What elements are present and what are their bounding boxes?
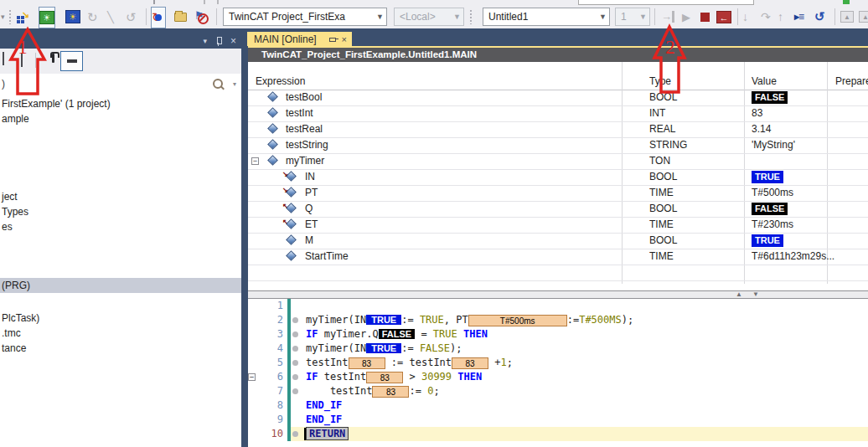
column-header[interactable]: Type: [649, 74, 671, 89]
inline-monitor-value[interactable]: 83: [349, 357, 385, 369]
run-mode-icon[interactable]: ☀: [39, 7, 55, 28]
collapse-button-pressed[interactable]: [60, 51, 83, 71]
value-cell[interactable]: T#6d11h23m29s...: [752, 249, 834, 265]
stop-icon[interactable]: [700, 7, 710, 27]
step-into-icon[interactable]: ↓: [742, 7, 748, 27]
step-over-icon[interactable]: ↷: [761, 7, 771, 27]
inline-monitor-value[interactable]: TRUE: [366, 343, 401, 353]
chevron-down-icon[interactable]: ▼: [374, 13, 386, 21]
collapse-expander-icon[interactable]: −: [251, 157, 259, 165]
breakpoint-dot-icon[interactable]: [292, 431, 298, 437]
table-row[interactable]: −myTimerTON: [248, 153, 868, 170]
target-combo[interactable]: <Local>▼: [394, 8, 464, 26]
chevron-down-icon[interactable]: ▼: [451, 13, 463, 21]
table-row[interactable]: ↘PTTIMET#500ms: [248, 185, 868, 202]
chevron-down-icon[interactable]: ▾: [233, 80, 236, 88]
table-row[interactable]: ↖ETTIMET#230ms: [248, 217, 868, 234]
tree-item[interactable]: es: [0, 219, 243, 234]
project-combo[interactable]: TwinCAT Project_FirstExa▼: [223, 8, 387, 26]
solution-search-box[interactable]: ) ▾: [0, 74, 241, 95]
plc-combo[interactable]: Untitled1▼: [483, 8, 610, 26]
table-row[interactable]: MBOOLTRUE: [248, 233, 868, 249]
pin-icon[interactable]: [329, 34, 337, 44]
inline-monitor-value[interactable]: 83: [366, 372, 403, 383]
activate-config-icon[interactable]: ▲: [840, 7, 854, 27]
table-row[interactable]: StartTimeTIMET#6d11h23m29s...: [248, 249, 868, 265]
tree-item[interactable]: PlcTask): [0, 311, 243, 326]
value-cell[interactable]: T#500ms: [752, 185, 793, 201]
breakpoint-dot-icon[interactable]: [292, 388, 298, 394]
tree-item[interactable]: ject: [0, 189, 243, 204]
breakpoint-dot-icon[interactable]: [292, 346, 298, 352]
tree-item[interactable]: tance: [0, 341, 243, 356]
code-line[interactable]: 3IF myTimer.QFALSE = TRUE THEN: [248, 327, 868, 342]
refresh-icon[interactable]: ↻: [87, 7, 98, 27]
column-header[interactable]: Expression: [256, 74, 305, 89]
instance-combo[interactable]: 1▼: [615, 8, 650, 26]
column-header[interactable]: Prepare: [835, 74, 868, 89]
inline-monitor-value[interactable]: 83: [452, 357, 488, 369]
table-row[interactable]: ↖QBOOLFALSE: [248, 201, 868, 218]
inline-monitor-value[interactable]: RETURN: [306, 427, 349, 440]
free-run-icon[interactable]: ↻: [151, 7, 166, 28]
config-mode-icon[interactable]: ☀: [65, 7, 80, 27]
table-row[interactable]: testBoolBOOLFALSE: [248, 90, 868, 106]
code-line[interactable]: 4myTimer(INTRUE:= FALSE);: [248, 342, 868, 356]
tree-item[interactable]: (PRG): [0, 278, 243, 293]
value-cell[interactable]: T#230ms: [752, 217, 793, 233]
code-line[interactable]: 1: [248, 299, 868, 313]
restart-twincat-icon[interactable]: ↘: [17, 7, 28, 27]
value-cell[interactable]: 83: [752, 105, 762, 121]
start-icon[interactable]: ▶: [682, 7, 690, 27]
code-line[interactable]: 7 testInt83:= 0;: [248, 384, 868, 398]
code-line[interactable]: 2myTimer(INTRUE:= TRUE, PTT#500ms:=T#500…: [248, 313, 868, 327]
code-line[interactable]: −6IF testInt83 > 30999 THEN: [248, 370, 868, 384]
table-row[interactable]: testIntINT83: [248, 105, 868, 122]
tree-item[interactable]: FirstExample' (1 project): [0, 96, 243, 111]
tree-item[interactable]: Types: [0, 204, 243, 219]
reload-devices-icon[interactable]: ↺: [126, 7, 137, 27]
table-row[interactable]: testStringSTRING'MyString': [248, 137, 868, 154]
tree-item[interactable]: .tmc: [0, 326, 243, 341]
scan-folder-icon[interactable]: [174, 7, 187, 27]
toolbar-overflow-icon[interactable]: ▾: [1, 7, 5, 27]
logout-icon[interactable]: ←: [716, 7, 731, 27]
code-line[interactable]: 5testInt83 := testInt83 +1;: [248, 356, 868, 370]
activate-boot-icon[interactable]: ▲: [859, 7, 868, 27]
window-menu-icon[interactable]: ▾: [203, 37, 207, 45]
collapse-all-icon[interactable]: [3, 52, 4, 65]
chevron-down-icon[interactable]: ▼: [597, 13, 609, 21]
value-cell[interactable]: 'MyString': [752, 137, 795, 153]
chevron-down-icon[interactable]: ▼: [637, 13, 649, 21]
tab-main-online[interactable]: MAIN [Online] ×: [247, 32, 352, 46]
column-header[interactable]: Value: [752, 74, 777, 89]
code-line[interactable]: 10RETURN: [248, 427, 868, 441]
panel-divider[interactable]: [241, 33, 248, 447]
breakpoint-dot-icon[interactable]: [292, 331, 298, 337]
st-code-editor[interactable]: 12myTimer(INTRUE:= TRUE, PTT#500ms:=T#50…: [248, 299, 868, 447]
breakpoint-dot-icon[interactable]: [292, 317, 298, 323]
reset-icon[interactable]: ↺: [814, 7, 825, 27]
code-line[interactable]: 9END_IF: [248, 413, 868, 427]
inline-monitor-value[interactable]: FALSE: [379, 329, 415, 339]
ignore-flag-icon[interactable]: ⚑: [194, 7, 209, 27]
tree-item[interactable]: ample: [0, 111, 243, 126]
breakpoint-dot-icon[interactable]: [292, 374, 298, 380]
inline-monitor-value[interactable]: 83: [372, 386, 409, 398]
code-line[interactable]: 8END_IF: [248, 398, 868, 413]
inline-monitor-value[interactable]: T#500ms: [468, 315, 567, 326]
breakpoint-dot-icon[interactable]: [292, 360, 298, 366]
search-icon[interactable]: [213, 79, 223, 89]
properties-icon[interactable]: [21, 54, 23, 67]
login-icon[interactable]: →: [659, 7, 674, 27]
splitter-down-icon[interactable]: ▼: [752, 291, 759, 298]
declaration-code-splitter[interactable]: ▲ ▼: [248, 290, 868, 299]
run-to-cursor-icon[interactable]: ▸≡: [794, 7, 803, 27]
table-row[interactable]: ↘INBOOLTRUE: [248, 169, 868, 186]
search-input[interactable]: ): [0, 78, 5, 90]
close-icon[interactable]: ×: [230, 35, 236, 47]
step-out-icon[interactable]: ↑: [778, 7, 783, 27]
pin-icon[interactable]: [215, 36, 222, 46]
close-icon[interactable]: ×: [342, 34, 347, 44]
solution-explorer-titlebar[interactable]: ▾ ×: [0, 33, 241, 49]
